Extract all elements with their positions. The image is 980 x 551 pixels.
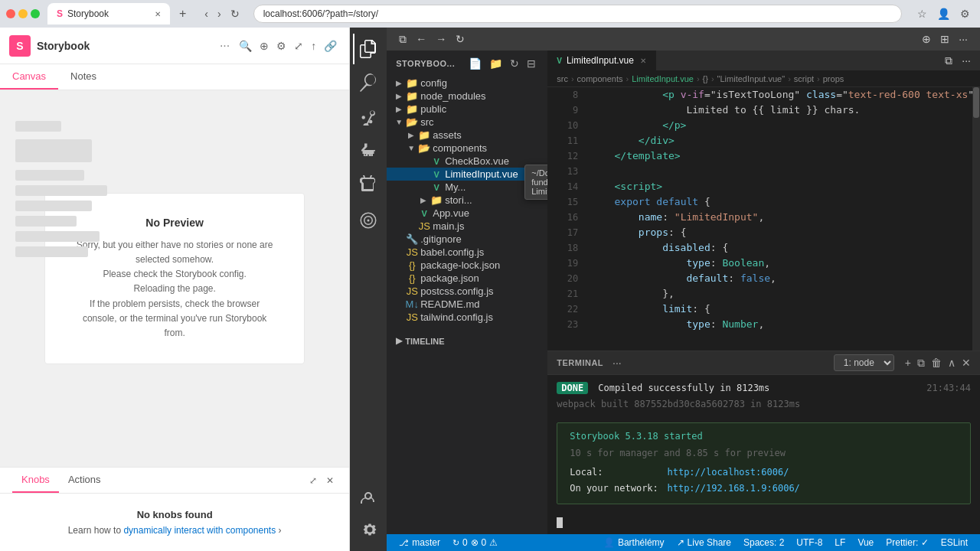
storybook-zoom-button[interactable]: ⊕ (256, 37, 272, 55)
breadcrumb-name: "LimitedInput.vue" (717, 74, 786, 83)
top-search-button[interactable]: ⊕ (919, 31, 934, 47)
browser-tab-close[interactable]: ✕ (155, 10, 161, 18)
storybook-panel: S Storybook ··· 🔍 ⊕ ⚙ ⤢ ↑ 🔗 Canvas Notes (0, 28, 350, 551)
top-more-button[interactable]: ··· (956, 31, 971, 47)
status-live-share[interactable]: ↗ Live Share (671, 534, 737, 551)
tree-item-limitedinput-vue[interactable]: ▶ V LimitedInput.vue ~/Documents/courses… (387, 168, 547, 181)
tree-item-app-vue[interactable]: ▶ V App.vue (387, 207, 547, 220)
tab-notes[interactable]: Notes (58, 64, 109, 90)
tree-item-tailwind-config[interactable]: ▶ JS tailwind.config.js (387, 311, 547, 324)
tab-canvas[interactable]: Canvas (0, 64, 58, 90)
tab-close-button[interactable]: ✕ (640, 57, 646, 65)
activity-extensions[interactable] (353, 168, 384, 199)
timeline-section[interactable]: ▶ TIMELINE (387, 330, 547, 352)
md-icon: M↓ (405, 298, 419, 310)
tree-item-babel-config[interactable]: ▶ JS babel.config.js (387, 246, 547, 259)
storybook-more-button[interactable]: ··· (215, 37, 234, 54)
maximize-dot[interactable] (31, 9, 40, 18)
storybook-settings-button[interactable]: ⚙ (273, 37, 289, 55)
bottom-expand-button[interactable]: ⤢ (306, 472, 320, 489)
status-spaces[interactable]: Spaces: 2 (737, 534, 790, 551)
terminal-add-button[interactable]: + (905, 357, 911, 369)
tree-item-postcss-config[interactable]: ▶ JS postcss.config.js (387, 285, 547, 298)
tree-item-my-vue[interactable]: ▶ V My... (387, 181, 547, 194)
terminal-close-button[interactable]: ✕ (962, 357, 971, 369)
status-encoding[interactable]: UTF-8 (790, 534, 828, 551)
tree-item-main-js[interactable]: ▶ JS main.js (387, 220, 547, 233)
new-folder-button[interactable]: 📁 (487, 57, 505, 70)
back-button[interactable]: ‹ (201, 6, 211, 21)
url-bar[interactable] (253, 5, 902, 23)
more-actions-button[interactable]: ··· (959, 53, 974, 69)
status-line-endings[interactable]: LF (828, 534, 851, 551)
tree-item-assets[interactable]: ▶ 📁 assets (387, 129, 547, 142)
top-forward-button[interactable]: → (433, 31, 449, 47)
terminal-more-button[interactable]: ··· (612, 357, 622, 369)
scrollbar-track[interactable] (972, 87, 980, 350)
minimize-dot[interactable] (18, 9, 28, 18)
collapse-all-button[interactable]: ⊟ (524, 57, 538, 70)
tree-item-package-lock[interactable]: ▶ {} package-lock.json (387, 259, 547, 272)
storybook-search-button[interactable]: 🔍 (236, 37, 255, 55)
status-user[interactable]: 👤 Barthélémy (597, 534, 671, 551)
terminal-content[interactable]: DONE Compiled successfully in 8123ms 21:… (547, 375, 980, 534)
activity-accounts[interactable] (353, 481, 384, 511)
tree-item-public[interactable]: ▶ 📁 public (387, 103, 547, 116)
storybook-share-button[interactable]: ↑ (308, 37, 319, 55)
code-line-21: }, (590, 286, 980, 302)
activity-debug[interactable] (353, 135, 384, 165)
status-branch[interactable]: ⎇ master (393, 534, 446, 551)
top-refresh-button[interactable]: ↻ (452, 31, 468, 47)
storybook-expand-button[interactable]: ⤢ (291, 37, 306, 55)
storybook-link-button[interactable]: 🔗 (321, 37, 340, 55)
tree-item-node-modules[interactable]: ▶ 📁 node_modules (387, 90, 547, 103)
bottom-close-button[interactable]: ✕ (323, 472, 337, 489)
tree-item-gitignore[interactable]: ▶ 🔧 .gitignore (387, 233, 547, 246)
vscode-top-bar: ⧉ ← → ↻ ⊕ ⊞ ··· (387, 28, 980, 51)
code-editor[interactable]: 8 9 10 11 12 13 14 15 16 17 18 19 (547, 87, 980, 350)
editor-tab-limitedinput[interactable]: V LimitedInput.vue ✕ (547, 51, 656, 70)
activity-explorer[interactable] (353, 34, 384, 64)
terminal-split-button[interactable]: ⧉ (917, 357, 925, 370)
extensions-button[interactable]: ⚙ (956, 5, 974, 23)
tab-actions[interactable]: Actions (59, 468, 110, 493)
status-eslint[interactable]: ESLint (935, 534, 974, 551)
status-prettier[interactable]: Prettier: ✓ (880, 534, 934, 551)
new-tab-button[interactable]: + (175, 5, 191, 22)
bookmark-button[interactable]: ☆ (913, 5, 931, 23)
code-content[interactable]: <p v-if="isTextTooLong" class="text-red-… (584, 87, 980, 350)
activity-remote[interactable] (353, 205, 384, 236)
done-badge: DONE (557, 382, 588, 394)
vscode-content: STORYBOO... 📄 📁 ↻ ⊟ ▶ 📁 c (387, 51, 980, 534)
scrollbar-thumb[interactable] (973, 87, 979, 118)
split-editor-button[interactable]: ⧉ (942, 53, 956, 69)
tree-item-src[interactable]: ▼ 📂 src (387, 116, 547, 129)
activity-settings[interactable] (353, 514, 384, 545)
reload-button[interactable]: ↻ (227, 6, 243, 21)
tree-item-readme[interactable]: ▶ M↓ README.md (387, 298, 547, 311)
forward-button[interactable]: › (214, 6, 224, 21)
tree-item-components[interactable]: ▼ 📂 components (387, 142, 547, 155)
terminal-collapse-button[interactable]: ∧ (948, 357, 956, 369)
knobs-link[interactable]: dynamically interact with components (123, 525, 276, 536)
activity-source-control[interactable] (353, 101, 384, 132)
tree-item-checkbox-vue[interactable]: ▶ V CheckBox.vue (387, 155, 547, 168)
tab-knobs[interactable]: Knobs (12, 468, 59, 493)
tree-item-package-json[interactable]: ▶ {} package.json (387, 272, 547, 285)
browser-tab[interactable]: S Storybook ✕ (47, 3, 170, 24)
new-file-button[interactable]: 📄 (466, 57, 484, 70)
tree-item-config[interactable]: ▶ 📁 config (387, 77, 547, 90)
status-language[interactable]: Vue (851, 534, 880, 551)
top-split-button[interactable]: ⧉ (396, 31, 410, 47)
activity-search[interactable] (353, 67, 384, 98)
profile-button[interactable]: 👤 (934, 5, 952, 23)
refresh-explorer-button[interactable]: ↻ (508, 57, 521, 70)
main-layout: S Storybook ··· 🔍 ⊕ ⚙ ⤢ ↑ 🔗 Canvas Notes (0, 28, 980, 551)
tree-item-stories[interactable]: ▶ 📁 stori... (387, 194, 547, 207)
terminal-trash-button[interactable]: 🗑 (931, 357, 942, 369)
close-dot[interactable] (6, 9, 15, 18)
terminal-node-selector[interactable]: 1: node (834, 354, 894, 371)
top-layout-button[interactable]: ⊞ (937, 31, 952, 47)
top-back-button[interactable]: ← (413, 31, 430, 47)
status-sync[interactable]: ↻ 0 ⊗ 0 ⚠ (446, 534, 504, 551)
